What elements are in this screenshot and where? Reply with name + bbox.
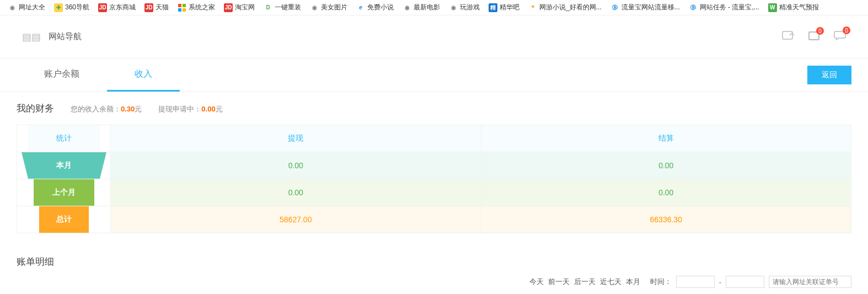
site-icon: Ⓑ xyxy=(689,3,698,12)
cart-icon[interactable]: 0 xyxy=(808,30,819,43)
billing-filters: 今天 前一天 后一天 近七天 本月 时间： - xyxy=(17,276,851,293)
bookmark-item[interactable]: e免费小说 xyxy=(353,2,397,13)
withdraw-unit: 元 xyxy=(216,105,223,113)
filter-prev-day[interactable]: 前一天 xyxy=(548,277,570,287)
withdraw-pending-text: 提现申请中：0.00元 xyxy=(158,104,222,114)
table-row-last-month: 上个月 0.00 0.00 xyxy=(17,179,851,206)
chat-badge: 0 xyxy=(843,26,850,34)
bookmark-item[interactable]: ◉玩游戏 xyxy=(446,2,483,13)
bookmark-label: 网址大全 xyxy=(19,3,45,12)
stats-table: 统计 提现 结算 本月 0.00 0.00 上个月 0.00 0.00 总计 5… xyxy=(17,125,851,233)
tab-income[interactable]: 收入 xyxy=(107,58,180,92)
chat-icon[interactable]: 0 xyxy=(834,30,846,44)
bookmark-label: 免费小说 xyxy=(367,3,394,12)
cell-withdraw: 0.00 xyxy=(111,179,481,206)
bookmark-label: 淘宝网 xyxy=(235,3,255,12)
cart-badge: 0 xyxy=(816,27,824,35)
col-settle-header: 结算 xyxy=(481,125,851,152)
favorites-icon[interactable] xyxy=(782,30,794,44)
table-row-this-month: 本月 0.00 0.00 xyxy=(17,152,851,179)
cell-withdraw: 58627.00 xyxy=(111,206,481,233)
site-icon xyxy=(178,3,186,12)
globe-icon: ◉ xyxy=(403,3,411,12)
site-icon: ᴺ xyxy=(528,3,537,12)
cell-settle: 66336.30 xyxy=(481,206,851,233)
tabs-row: 账户余额 收入 返回 xyxy=(0,58,868,92)
bookmark-item[interactable]: D一键重装 xyxy=(260,2,304,13)
col-withdraw-header: 提现 xyxy=(111,125,481,152)
filter-this-month[interactable]: 本月 xyxy=(626,277,640,287)
bookmark-bar: ◉网址大全 ✚360导航 JD京东商城 JD天猫 系统之家 JD淘宝网 D一键重… xyxy=(0,0,868,15)
bookmark-item[interactable]: W精准天气预报 xyxy=(765,2,822,13)
table-header-row: 统计 提现 结算 xyxy=(17,125,851,152)
income-label: 您的收入余额： xyxy=(71,105,121,113)
site-icon: JD xyxy=(98,3,107,12)
bookmark-label: 360导航 xyxy=(65,3,89,12)
income-balance-text: 您的收入余额：0.30元 xyxy=(71,104,142,114)
bookmark-item[interactable]: ᴺ网游小说_好看的网... xyxy=(525,2,605,13)
row-label: 上个月 xyxy=(34,179,94,206)
bookmark-label: 系统之家 xyxy=(189,3,215,12)
bookmark-label: 最新电影 xyxy=(414,3,440,12)
bookmark-item[interactable]: JD天猫 xyxy=(141,2,172,13)
site-icon: e xyxy=(356,3,365,12)
cell-settle: 0.00 xyxy=(481,179,851,206)
site-icon: D xyxy=(264,3,272,12)
site-icon: ✚ xyxy=(54,3,63,12)
site-icon: JD xyxy=(144,3,153,12)
bookmark-item[interactable]: ◉网址大全 xyxy=(4,2,49,13)
filter-recent7[interactable]: 近七天 xyxy=(600,277,621,287)
bookmark-label: 流量宝网站流量移... xyxy=(621,3,680,12)
bookmark-item[interactable]: 精精华吧 xyxy=(485,2,523,13)
withdraw-label: 提现申请中： xyxy=(158,105,201,113)
bookmark-label: 天猫 xyxy=(156,3,169,12)
income-unit: 元 xyxy=(135,105,142,113)
filter-today[interactable]: 今天 xyxy=(529,277,544,287)
svg-rect-0 xyxy=(178,4,181,7)
tab-balance[interactable]: 账户余额 xyxy=(17,58,107,92)
table-row-total: 总计 58627.00 66336.30 xyxy=(17,206,851,233)
bookmark-item[interactable]: 系统之家 xyxy=(174,2,218,13)
finance-title: 我的财务 xyxy=(17,102,54,115)
date-from-input[interactable] xyxy=(676,276,715,288)
bookmark-label: 一键重装 xyxy=(275,3,301,12)
globe-icon: ◉ xyxy=(8,3,17,12)
bookmark-item[interactable]: Ⓑ网站任务 - 流量宝,... xyxy=(685,2,763,13)
search-input[interactable] xyxy=(769,276,851,288)
site-icon: JD xyxy=(224,3,233,12)
bookmark-label: 玩游戏 xyxy=(460,3,480,12)
bookmark-item[interactable]: JD京东商城 xyxy=(95,2,139,13)
bookmark-label: 京东商城 xyxy=(109,3,136,12)
filter-next-day[interactable]: 后一天 xyxy=(574,277,596,287)
bookmark-item[interactable]: Ⓑ流量宝网站流量移... xyxy=(607,2,683,13)
globe-icon: ◉ xyxy=(449,3,458,12)
bookmark-item[interactable]: ✚360导航 xyxy=(51,2,93,13)
site-icon: Ⓑ xyxy=(610,3,619,12)
header-nav: ▤▤ 网站导航 0 0 xyxy=(0,15,868,58)
date-to-input[interactable] xyxy=(726,276,764,288)
finance-header: 我的财务 您的收入余额：0.30元 提现申请中：0.00元 xyxy=(17,102,851,115)
cell-settle: 0.00 xyxy=(481,152,851,179)
svg-rect-2 xyxy=(178,8,181,12)
bookmark-item[interactable]: ◉最新电影 xyxy=(399,2,443,13)
back-button[interactable]: 返回 xyxy=(807,66,851,84)
date-sep: - xyxy=(719,278,721,286)
bookmark-label: 网游小说_好看的网... xyxy=(539,3,602,12)
site-nav-title[interactable]: 网站导航 xyxy=(49,31,82,42)
svg-rect-4 xyxy=(783,31,792,39)
svg-rect-1 xyxy=(183,4,186,7)
row-label: 总计 xyxy=(39,206,89,233)
site-icon: 精 xyxy=(489,3,497,12)
row-label: 本月 xyxy=(28,152,100,179)
globe-icon: ◉ xyxy=(310,3,319,12)
stat-header-label: 统计 xyxy=(28,125,100,152)
menu-grid-icon[interactable]: ▤▤ xyxy=(22,31,41,43)
cell-withdraw: 0.00 xyxy=(111,152,481,179)
bookmark-item[interactable]: ◉美女图片 xyxy=(307,2,351,13)
bookmark-label: 网站任务 - 流量宝,... xyxy=(700,3,759,12)
bookmark-label: 美女图片 xyxy=(321,3,347,12)
income-value: 0.30 xyxy=(121,105,135,113)
bookmark-item[interactable]: JD淘宝网 xyxy=(221,2,258,13)
site-icon: W xyxy=(768,3,777,12)
withdraw-value: 0.00 xyxy=(201,105,215,113)
